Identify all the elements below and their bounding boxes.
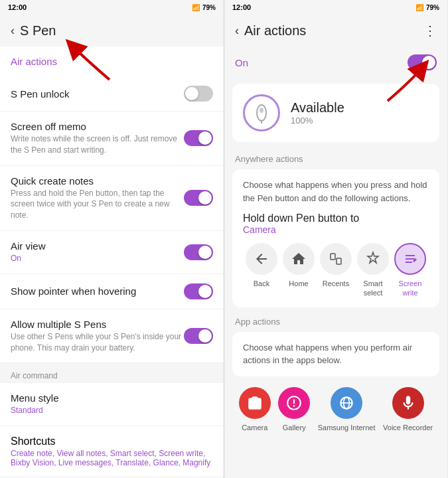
app-actions-description: Choose what happens when you perform air…	[243, 341, 429, 367]
multiple-spens-subtitle: Use other S Pens while your S Pen's insi…	[11, 331, 184, 354]
signal-icon: 📶	[192, 4, 200, 11]
battery-left: 79%	[202, 4, 216, 11]
menu-style-value: Standard	[11, 405, 59, 416]
action-smart-select-icon	[357, 243, 389, 275]
list-item-multiple-spens[interactable]: Allow multiple S Pens Use other S Pens w…	[0, 309, 224, 364]
right-status-bar: 12:00 📶 79%	[224, 0, 447, 15]
left-back-button[interactable]: ‹	[11, 24, 15, 38]
toggle-knob	[198, 285, 212, 298]
available-info: Available 100%	[291, 100, 344, 125]
available-pct: 100%	[291, 116, 344, 125]
hold-value[interactable]: Camera	[243, 224, 429, 235]
action-home-icon	[283, 243, 315, 275]
list-item-air-view[interactable]: Air view On	[0, 231, 224, 274]
pen-icon	[252, 104, 271, 122]
shortcuts-label: Shortcuts	[11, 436, 56, 447]
left-panel: 12:00 📶 79% ‹ S Pen Air actions S Pen un…	[0, 0, 224, 478]
screen-off-memo-toggle[interactable]	[184, 130, 213, 146]
svg-point-3	[260, 108, 263, 113]
list-item-screen-off-memo[interactable]: Screen off memo Write notes while the sc…	[0, 112, 224, 166]
svg-rect-4	[331, 254, 335, 260]
toggle-knob	[198, 191, 212, 204]
toggle-knob	[422, 56, 435, 69]
multiple-spens-label: Allow multiple S Pens	[11, 319, 184, 330]
available-section: Available 100%	[232, 84, 439, 142]
left-scroll: Air actions S Pen unlock Screen off memo…	[0, 46, 224, 478]
voice-recorder-label: Voice Recorder	[383, 423, 433, 432]
list-item-quick-notes[interactable]: Quick create notes Press and hold the Pe…	[0, 166, 224, 231]
action-home-label: Home	[289, 279, 308, 288]
quick-notes-label: Quick create notes	[11, 175, 184, 187]
air-actions-label: Air actions	[11, 56, 57, 67]
toggle-knob	[198, 329, 212, 343]
action-back-icon	[246, 243, 277, 275]
right-page-title: Air actions	[244, 23, 306, 39]
right-back-button[interactable]: ‹	[235, 24, 239, 38]
camera-icon	[239, 387, 271, 419]
right-status-icons: 📶 79%	[415, 4, 439, 11]
voice-recorder-icon	[392, 387, 424, 419]
list-item-show-pointer[interactable]: Show pointer when hovering	[0, 274, 224, 309]
svg-rect-5	[336, 258, 341, 264]
action-home[interactable]: Home	[281, 243, 316, 288]
app-voice-recorder[interactable]: Voice Recorder	[383, 387, 433, 432]
air-actions-main-toggle[interactable]	[408, 54, 437, 70]
pen-icon-circle	[243, 94, 280, 131]
left-status-bar: 12:00 📶 79%	[0, 0, 224, 15]
gallery-icon	[278, 387, 310, 419]
left-time: 12:00	[8, 3, 27, 11]
multiple-spens-toggle[interactable]	[184, 328, 213, 344]
anywhere-actions-description: Choose what happens when you press and h…	[243, 179, 429, 204]
screen-off-memo-label: Screen off memo	[11, 121, 184, 132]
right-scroll: On Available 100% Anywh	[224, 46, 447, 478]
quick-notes-toggle[interactable]	[184, 190, 213, 206]
left-page-title: S Pen	[20, 23, 56, 39]
action-screen-write[interactable]: Screen write	[393, 243, 427, 298]
app-actions-label: App actions	[224, 310, 447, 329]
action-smart-select-label: Smart select	[356, 279, 390, 298]
app-actions-card: Choose what happens when you perform air…	[232, 332, 439, 376]
on-row: On	[224, 46, 447, 78]
air-view-status: On	[11, 253, 46, 264]
spen-unlock-toggle[interactable]	[184, 86, 213, 102]
on-label: On	[235, 57, 248, 68]
action-screen-write-label: Screen write	[393, 279, 427, 298]
action-recents-icon	[320, 243, 352, 275]
list-item-air-actions[interactable]: Air actions	[0, 46, 224, 76]
app-icons-row: Camera Gallery Samsung Internet Voice Re…	[224, 379, 447, 438]
right-time: 12:00	[232, 3, 251, 11]
toggle-knob	[185, 87, 198, 100]
right-menu-dots[interactable]: ⋮	[423, 23, 437, 39]
menu-style-label: Menu style	[11, 392, 59, 404]
shortcuts-links: Create note, View all notes, Smart selec…	[11, 449, 210, 467]
action-back[interactable]: Back	[244, 243, 279, 288]
list-item-shortcuts[interactable]: Shortcuts Create note, View all notes, S…	[0, 426, 224, 477]
toggle-knob	[198, 131, 212, 145]
toggle-knob	[198, 246, 212, 259]
app-samsung-internet[interactable]: Samsung Internet	[318, 387, 376, 432]
app-gallery[interactable]: Gallery	[278, 387, 310, 432]
hold-title: Hold down Pen button to	[243, 212, 429, 224]
show-pointer-toggle[interactable]	[184, 283, 213, 299]
battery-right: 79%	[426, 4, 439, 11]
camera-label: Camera	[242, 423, 267, 432]
air-view-toggle[interactable]	[184, 244, 213, 260]
action-recents[interactable]: Recents	[319, 243, 353, 288]
spen-unlock-label: S Pen unlock	[11, 88, 69, 100]
list-item-spen-unlock[interactable]: S Pen unlock	[0, 76, 224, 112]
app-camera[interactable]: Camera	[239, 387, 271, 432]
action-smart-select[interactable]: Smart select	[356, 243, 390, 298]
right-header: ‹ Air actions ⋮	[224, 15, 447, 46]
action-screen-write-icon	[394, 243, 426, 275]
screen-off-memo-subtitle: Write notes while the screen is off. Jus…	[11, 133, 184, 156]
gallery-label: Gallery	[283, 423, 306, 432]
samsung-internet-icon	[331, 387, 362, 419]
list-item-menu-style[interactable]: Menu style Standard	[0, 383, 224, 426]
action-back-label: Back	[254, 279, 269, 288]
left-header: ‹ S Pen	[0, 15, 224, 46]
available-title: Available	[291, 100, 344, 116]
air-view-label: Air view	[11, 240, 46, 252]
action-recents-label: Recents	[323, 279, 349, 288]
right-panel: 12:00 📶 79% ‹ Air actions ⋮ On	[224, 0, 447, 478]
show-pointer-label: Show pointer when hovering	[11, 285, 136, 297]
